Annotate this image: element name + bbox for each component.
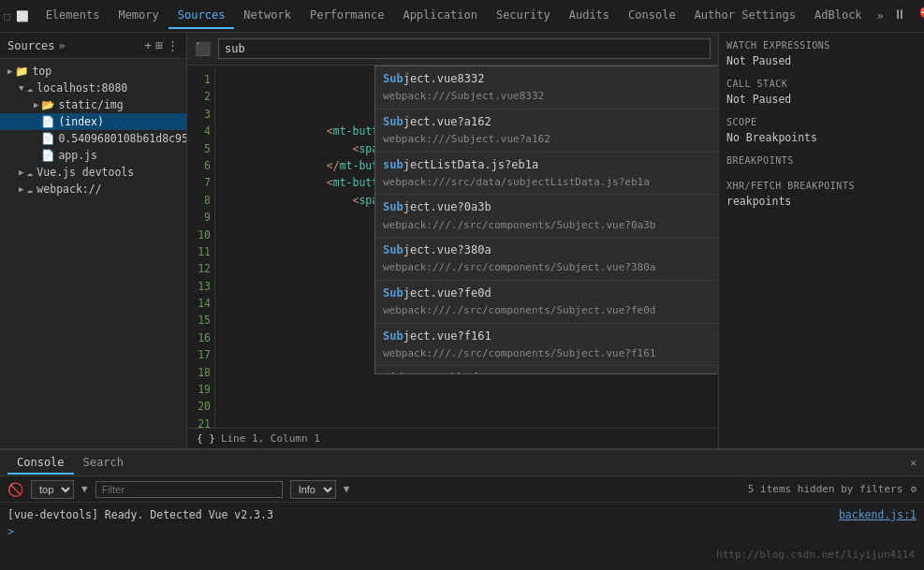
watch-expressions-section: Watch Expressions Not Paused [726,40,917,67]
file-icon: 📄 [41,132,54,145]
expand-icon: ▶ [19,184,23,194]
tab-security[interactable]: Security [487,3,560,29]
expand-icon: ▼ [19,83,23,93]
expand-icon: ▶ [19,168,23,177]
highlight-3: sub [383,158,403,171]
line-num-10: 10 [193,227,211,243]
console-link[interactable]: backend.js:1 [839,506,917,523]
autocomplete-main-text-8: Video.vue?bb1d [383,370,718,374]
highlight-2: Sub [383,115,403,128]
folder-icon: 📁 [15,65,28,78]
console-clear-icon[interactable]: 🚫 [7,482,23,497]
line-num-11: 11 [193,243,211,260]
inspect-icon[interactable]: ⬚ [4,10,10,22]
line-num-8: 8 [193,192,211,209]
pause-icon[interactable]: ⏸ [889,3,910,30]
tree-item-webpack[interactable]: ▶ ☁ webpack:// [0,181,186,197]
tab-console[interactable]: Console [619,3,685,29]
line-num-18: 18 [193,364,211,381]
autocomplete-item-7[interactable]: Subject.vue?f161 webpack:///./src/compon… [375,324,718,367]
tab-sources[interactable]: Sources [169,3,235,29]
file-icon: 📄 [41,115,54,128]
cloud-icon: ☁ [26,183,33,196]
line-numbers: 1 2 3 4 5 6 7 8 9 10 11 12 13 14 15 16 1… [187,66,215,428]
autocomplete-item-1[interactable]: Subject.vue8332 webpack:///Subject.vue83… [375,66,718,110]
tree-item-top[interactable]: ▶ 📁 top [0,63,186,80]
console-tabs: Console Search ✕ [0,450,924,476]
scope-select[interactable]: top [31,480,74,499]
tab-author-settings[interactable]: Author Settings [685,3,805,29]
tree-label: localhost:8080 [37,81,127,95]
tree-item-static-img[interactable]: ▶ 📂 static/img [0,96,186,113]
console-close-icon[interactable]: ✕ [910,457,917,469]
tab-network[interactable]: Network [234,3,301,29]
cloud-icon: ☁ [26,166,33,179]
sidebar-action-icons: + ⊞ ⋮ [144,38,179,52]
devtools-tab-bar: ⬚ ⬜ Elements Memory Sources Network Perf… [0,0,924,33]
tab-audits[interactable]: Audits [560,3,619,29]
autocomplete-item-4[interactable]: Subject.vue?0a3b webpack:///./src/compon… [375,195,718,238]
autocomplete-main-text-1: Subject.vue8332 [383,70,718,88]
tab-adblock[interactable]: AdBlock [805,3,872,29]
editor-toolbar: ⬛ [187,33,718,66]
device-icon[interactable]: ⬜ [16,10,29,22]
tree-label: app.js [58,149,97,162]
new-folder-icon[interactable]: ⊞ [155,38,163,52]
console-content: [vue-devtools] Ready. Detected Vue v2.3.… [0,503,924,570]
autocomplete-item-3[interactable]: subjectListData.js?eb1a webpack:///src/d… [375,153,718,196]
editor-area: ⬛ Subject.vue8332 webpack:///Subject.vue… [187,33,718,448]
highlight-7: Sub [383,329,403,343]
breakpoints-section: Breakpoints [726,155,917,169]
console-prompt-symbol: > [7,523,14,540]
tab-overflow-more[interactable]: » [872,6,889,26]
highlight-1: Sub [383,72,403,85]
line-num-1: 1 [193,71,211,88]
sidebar-header: Sources » + ⊞ ⋮ [0,33,186,59]
tab-performance[interactable]: Performance [301,3,393,29]
tree-item-vuedevtools[interactable]: ▶ ☁ Vue.js devtools [0,164,186,181]
line-num-13: 13 [193,278,211,295]
sidebar-expand-icon: » [59,39,66,52]
filter-input[interactable] [95,481,283,498]
search-input[interactable] [218,38,711,59]
tree-item-index[interactable]: ▶ 📄 (index) [0,113,186,130]
autocomplete-sub-text-6: webpack:///./src/components/Subject.vue?… [383,302,718,319]
bracket-icon[interactable]: { } [197,432,215,445]
console-tab-console[interactable]: Console [7,452,74,475]
tab-application[interactable]: Application [393,3,486,29]
log-level-select[interactable]: Info [290,480,336,499]
autocomplete-item-8[interactable]: Video.vue?bb1d webpack:///./src/componen… [375,366,718,374]
tree-item-hash[interactable]: ▶ 📄 0.5409680108b61d8c95e [0,130,186,147]
console-tab-search[interactable]: Search [74,452,133,475]
line-num-19: 19 [193,381,211,398]
autocomplete-main-text-5: Subject.vue?380a [383,241,718,259]
line-num-12: 12 [193,260,211,277]
scope-section: Scope No Breakpoints [726,117,917,144]
scope-dropdown-icon: ▼ [81,483,88,495]
new-file-icon[interactable]: + [144,38,152,52]
tree-label: webpack:// [37,183,101,196]
autocomplete-item-2[interactable]: Subject.vue?a162 webpack:///Subject.vue?… [375,110,718,153]
autocomplete-main-text-7: Subject.vue?f161 [383,328,718,345]
xhr-breakpoints-section: XHR/fetch Breakpoints reakpoints [726,181,917,208]
tree-item-localhost[interactable]: ▼ ☁ localhost:8080 [0,80,186,96]
autocomplete-main-text-4: Subject.vue?0a3b [383,198,718,216]
autocomplete-item-5[interactable]: Subject.vue?380a webpack:///./src/compon… [375,238,718,281]
autocomplete-item-6[interactable]: Subject.vue?fe0d webpack:///./src/compon… [375,281,718,324]
call-stack-title: Call Stack [726,79,917,89]
console-area: Console Search ✕ 🚫 top ▼ Info ▼ 5 items … [0,448,924,570]
tab-elements[interactable]: Elements [37,3,110,29]
tree-item-appjs[interactable]: ▶ 📄 app.js [0,147,186,164]
highlight-5: Sub [383,243,403,256]
call-stack-section: Call Stack Not Paused [726,79,917,106]
breakpoint-icon[interactable]: ⛔ [916,3,924,30]
autocomplete-sub-text-5: webpack:///./src/components/Subject.vue?… [383,259,718,276]
more-options-icon[interactable]: ⋮ [167,38,179,52]
line-num-14: 14 [193,295,211,312]
line-num-16: 16 [193,329,211,346]
folder-icon: 📂 [41,98,54,111]
line-num-20: 20 [193,398,211,415]
autocomplete-sub-text-3: webpack:///src/data/subjectListData.js?e… [383,174,718,191]
console-settings-icon[interactable]: ⚙ [910,483,917,495]
tab-memory[interactable]: Memory [109,3,168,29]
